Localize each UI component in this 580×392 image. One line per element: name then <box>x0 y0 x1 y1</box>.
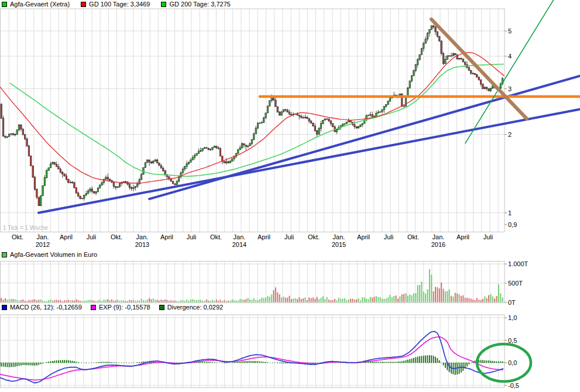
channel-trendline[interactable] <box>149 76 580 199</box>
candle-up <box>119 184 120 187</box>
volume-bar <box>419 285 420 302</box>
candle-down <box>301 116 302 118</box>
volume-bar <box>435 287 436 302</box>
candle-down <box>356 127 357 128</box>
volume-bar <box>427 289 428 302</box>
volume-bar <box>133 300 134 302</box>
volume-bar <box>263 298 265 302</box>
x-axis-month-label: Okt. <box>407 233 419 240</box>
volume-bar <box>84 301 85 302</box>
candle-up <box>383 106 385 109</box>
candle-down <box>174 184 176 185</box>
divergence-bar <box>139 362 140 363</box>
legend-label: Agfa-Gevaert (Xetra) <box>10 1 70 8</box>
volume-bar <box>466 298 468 302</box>
volume-bar <box>249 300 250 302</box>
candle-up <box>490 88 491 91</box>
candle-down <box>163 168 164 170</box>
support-trendline[interactable] <box>39 109 580 213</box>
candle-down <box>5 136 6 137</box>
divergence-bar <box>242 361 243 363</box>
divergence-bar <box>439 360 440 363</box>
divergence-bar <box>249 361 250 363</box>
volume-bar <box>439 288 440 302</box>
divergence-bar <box>32 363 33 366</box>
volume-bar <box>271 294 272 302</box>
candle-down <box>476 74 478 77</box>
candle-up <box>370 115 371 115</box>
volume-bar <box>12 299 13 302</box>
volume-bar <box>311 298 312 302</box>
volume-bar <box>297 299 298 302</box>
divergence-bar <box>114 362 115 363</box>
divergence-bar <box>425 356 426 363</box>
volume-bar <box>143 300 144 302</box>
volume-bars <box>1 269 503 302</box>
volume-bar <box>78 300 79 302</box>
divergence-bar <box>42 363 43 363</box>
volume-bar <box>26 301 28 302</box>
volume-bar <box>101 301 102 302</box>
divergence-bar <box>252 361 253 363</box>
divergence-bar <box>224 363 225 363</box>
volume-bar <box>253 298 255 302</box>
divergence-bar <box>50 361 52 363</box>
divergence-bar <box>99 362 101 363</box>
legend-item: GD 100 Tage: 3,3469 <box>81 1 150 8</box>
volume-bar <box>364 297 365 302</box>
candle-down <box>24 135 25 139</box>
y-axis-label: 5 <box>508 27 512 35</box>
divergence-bar <box>377 362 379 363</box>
divergence-bar <box>208 362 209 363</box>
volume-bar <box>366 299 367 302</box>
divergence-bar <box>5 363 6 367</box>
divergence-bar <box>399 362 400 363</box>
volume-bar <box>219 300 221 302</box>
volume-bar <box>121 300 122 302</box>
volume-bar <box>105 300 107 302</box>
volume-bar <box>66 301 67 302</box>
volume-bar <box>36 300 37 302</box>
volume-bar <box>317 297 318 302</box>
candle-down <box>74 183 75 188</box>
volume-bar <box>248 298 249 302</box>
candle-down <box>22 129 23 135</box>
x-axis-month-label: April <box>457 233 469 240</box>
volume-bar <box>457 294 458 302</box>
divergence-bar <box>16 363 18 366</box>
divergence-bar <box>261 362 262 363</box>
divergence-bar <box>500 362 501 363</box>
candle-up <box>251 140 252 144</box>
volume-bar <box>465 298 466 302</box>
divergence-bar <box>486 360 488 363</box>
volume-bar <box>368 299 369 302</box>
divergence-bar <box>494 361 495 363</box>
divergence-bar <box>85 363 87 363</box>
volume-bar <box>64 300 65 302</box>
volume-bar <box>443 289 444 302</box>
divergence-bar <box>30 363 32 366</box>
divergence-bar <box>413 358 414 363</box>
candle-down <box>113 182 114 187</box>
candle-down <box>91 189 92 191</box>
divergence-bar <box>48 362 49 363</box>
volume-bar <box>452 297 454 302</box>
volume-bar <box>206 300 207 302</box>
candle-up <box>145 163 146 168</box>
candle-down <box>298 115 300 116</box>
volume-bar <box>170 300 171 302</box>
candle-down <box>156 160 157 163</box>
candle-down <box>486 87 488 88</box>
candle-up <box>155 160 156 161</box>
divergence-bar <box>13 363 14 367</box>
volume-bar <box>46 301 47 302</box>
candle-up <box>377 112 379 113</box>
divergence-bar <box>372 362 373 363</box>
x-axis-month-label: Juli <box>483 233 493 240</box>
divergence-bar <box>9 363 10 367</box>
volume-bar <box>356 300 357 302</box>
volume-bar <box>362 297 363 302</box>
candle-down <box>164 171 166 175</box>
volume-bar <box>117 300 118 302</box>
divergence-bar <box>25 363 26 365</box>
